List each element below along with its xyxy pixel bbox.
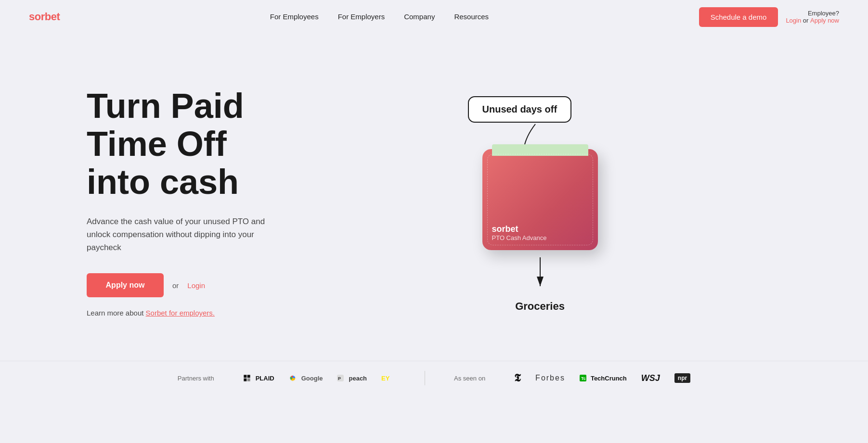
- employer-prefix: Learn more about: [87, 309, 143, 317]
- partners-label: Partners with: [178, 375, 214, 382]
- seen-label: As seen on: [454, 375, 485, 382]
- nav-apply-link[interactable]: Apply now: [810, 17, 839, 24]
- nav-for-employees[interactable]: For Employees: [270, 13, 319, 21]
- hero-cta: Apply now or Login: [87, 273, 270, 297]
- wallet-product: PTO Cash Advance: [492, 234, 588, 241]
- plaid-logo: PLAID: [243, 374, 274, 382]
- groceries-label: Groceries: [515, 300, 565, 312]
- employee-cta: Employee? Login or Apply now: [786, 10, 839, 24]
- hero-right: Unused days off: [270, 82, 810, 322]
- navbar: sorbet For Employees For Employers Compa…: [0, 0, 868, 34]
- hero-left: Turn Paid Time Off into cash Advance the…: [87, 87, 270, 317]
- footer-divider: [425, 371, 425, 385]
- logo[interactable]: sorbet: [29, 11, 60, 23]
- hero-employer-text: Learn more about Sorbet for employers.: [87, 309, 270, 317]
- peach-logo: P peach: [337, 375, 367, 382]
- employee-question: Employee?: [808, 10, 839, 17]
- nav-login-link[interactable]: Login: [786, 17, 801, 24]
- svg-text:Tc: Tc: [581, 376, 586, 381]
- footer-logos: Partners with PLAID Google P peach EY As…: [0, 361, 868, 400]
- wallet: sorbet PTO Cash Advance: [482, 149, 598, 250]
- ey-logo: EY: [381, 375, 396, 381]
- wallet-brand: sorbet: [492, 224, 588, 234]
- nav-links: For Employees For Employers Company Reso…: [270, 13, 489, 21]
- svg-rect-5: [247, 375, 250, 378]
- hero-heading-line1: Turn Paid: [87, 87, 244, 125]
- illustration: Unused days off: [439, 87, 641, 317]
- svg-rect-7: [247, 379, 250, 381]
- nav-right: Schedule a demo Employee? Login or Apply…: [699, 7, 839, 27]
- forbes-logo: Forbes: [535, 374, 565, 382]
- techcrunch-logo: Tc TechCrunch: [580, 375, 627, 382]
- svg-text:P: P: [338, 376, 341, 381]
- seen-section: 𝕿 Forbes Tc TechCrunch WSJ npr: [514, 372, 690, 384]
- hero-heading: Turn Paid Time Off into cash: [87, 87, 270, 202]
- hero-heading-line2: Time Off: [87, 125, 227, 163]
- nyt-logo: 𝕿: [514, 372, 521, 384]
- google-logo: Google: [289, 374, 323, 382]
- hero-section: Turn Paid Time Off into cash Advance the…: [0, 34, 868, 361]
- svg-rect-6: [244, 379, 246, 381]
- nav-company[interactable]: Company: [404, 13, 435, 21]
- hero-login-link[interactable]: Login: [187, 281, 205, 290]
- npr-logo: npr: [674, 373, 690, 383]
- nav-or-text: or: [803, 17, 809, 24]
- groceries-section: Groceries: [515, 300, 565, 313]
- unused-days-box: Unused days off: [468, 96, 572, 123]
- apply-now-button[interactable]: Apply now: [87, 273, 164, 297]
- svg-rect-4: [244, 375, 246, 378]
- svg-text:EY: EY: [381, 375, 390, 381]
- partners-section: PLAID Google P peach EY: [243, 374, 396, 382]
- hero-or-text: or: [172, 281, 179, 290]
- schedule-demo-button[interactable]: Schedule a demo: [699, 7, 778, 27]
- hero-subtext: Advance the cash value of your unused PT…: [87, 215, 270, 254]
- nav-for-employers[interactable]: For Employers: [338, 13, 385, 21]
- wallet-card: sorbet PTO Cash Advance: [482, 149, 598, 250]
- employer-link[interactable]: Sorbet for employers.: [146, 309, 215, 317]
- unused-days-label: Unused days off: [482, 104, 557, 114]
- hero-heading-line3: into cash: [87, 163, 239, 201]
- wsj-logo: WSJ: [641, 373, 660, 383]
- nav-resources[interactable]: Resources: [454, 13, 489, 21]
